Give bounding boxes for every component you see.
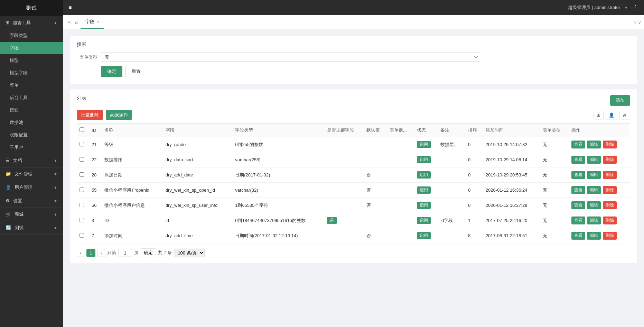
sidebar-item-sub-user[interactable]: 子用户 [0, 141, 63, 154]
row-select-checkbox[interactable] [80, 187, 84, 192]
page-unit-label: 页 [134, 250, 139, 256]
menu-icon[interactable]: ≡ [68, 4, 72, 11]
view-button[interactable]: 查看 [571, 201, 585, 209]
page-size-select[interactable]: 100 条/页 10 条/页 20 条/页 50 条/页 [174, 249, 205, 257]
row-checkbox [77, 228, 89, 243]
list-actions-right: ⊞ 👤 🖨 [594, 111, 630, 119]
row-select-checkbox[interactable] [80, 218, 84, 222]
user-view-button[interactable]: 👤 [606, 111, 617, 119]
sidebar-item-button[interactable]: 按钮 [0, 104, 63, 116]
edit-button[interactable]: 编辑 [587, 171, 601, 179]
row-select-checkbox[interactable] [80, 203, 84, 207]
sidebar-group-header-shop[interactable]: 🛒 商城 ▼ [0, 208, 63, 221]
sidebar-item-field-type[interactable]: 字段类型 [0, 29, 63, 42]
print-button[interactable]: 🖨 [619, 111, 630, 119]
grid-view-button[interactable]: ⊞ [594, 111, 604, 119]
view-button[interactable]: 查看 [571, 217, 585, 224]
list-title: 列表 [77, 95, 86, 101]
sidebar-group-header-docs[interactable]: ☰ 文档 ▼ [0, 154, 63, 167]
sidebar-group-header-users[interactable]: 👤 用户管理 ▼ [0, 181, 63, 194]
page-input[interactable] [118, 249, 132, 257]
row-table-default [387, 183, 414, 198]
tab-more-button[interactable]: » [634, 19, 636, 25]
admin-tools-arrow: ▲ [54, 21, 57, 25]
sidebar-item-data-pool[interactable]: 数据池 [0, 116, 63, 129]
tab-field-close[interactable]: × [97, 20, 99, 24]
page-next-button[interactable]: › [97, 249, 105, 257]
row-id: 28 [89, 167, 102, 183]
topbar-left: ≡ [68, 4, 72, 11]
view-button[interactable]: 查看 [571, 232, 585, 240]
view-button[interactable]: 查看 [571, 141, 585, 148]
sidebar-group-header-admin-tools[interactable]: ⊞ 超管工具 ▲ [0, 16, 63, 29]
admin-tools-items: 字段类型 字段 模型 模型字段 菜单 后台工具 按钮 数据池 [0, 29, 63, 154]
advanced-button[interactable]: 高级操作 [106, 110, 132, 120]
delete-button[interactable]: 删除 [603, 232, 617, 240]
delete-button[interactable]: 删除 [603, 186, 617, 194]
edit-button[interactable]: 编辑 [587, 156, 601, 164]
edit-button[interactable]: 编辑 [587, 141, 601, 148]
tab-collapse-button[interactable]: ∨ [638, 19, 641, 25]
delete-button[interactable]: 删除 [603, 141, 617, 148]
row-form-type: 无 [540, 213, 568, 228]
row-action: 查看 编辑 删除 [569, 152, 630, 167]
row-form-type: 无 [540, 137, 568, 152]
row-remark [438, 152, 465, 167]
sidebar-item-model[interactable]: 模型 [0, 54, 63, 67]
row-form-type: 无 [540, 152, 568, 167]
sidebar-group-header-settings[interactable]: ⚙ 设置 ▼ [0, 194, 63, 208]
row-select-checkbox[interactable] [80, 142, 84, 146]
tab-back-button[interactable]: « [66, 19, 73, 25]
row-checkbox [77, 213, 89, 228]
delete-button[interactable]: 删除 [603, 201, 617, 209]
sidebar-item-permission[interactable]: 权限配置 [0, 129, 63, 141]
sidebar-item-model-field[interactable]: 模型字段 [0, 67, 63, 79]
topbar-right: 超级管理员 | administrator ▼ ⋮ [568, 4, 638, 11]
edit-button[interactable]: 编辑 [587, 217, 601, 224]
search-reset-button[interactable]: 重置 [125, 66, 147, 77]
topbar-more-icon[interactable]: ⋮ [632, 4, 638, 11]
row-default-value [364, 152, 387, 167]
sidebar-item-menu[interactable]: 菜单 [0, 79, 63, 92]
files-arrow: ▼ [54, 172, 57, 176]
row-remark [438, 167, 465, 183]
row-select-checkbox[interactable] [80, 157, 84, 162]
sidebar-group-header-test[interactable]: 🔄 测试 ▼ [0, 221, 63, 234]
edit-button[interactable]: 编辑 [587, 201, 601, 209]
sidebar-group-header-files[interactable]: 📁 文件管理 ▼ [0, 167, 63, 181]
delete-button[interactable]: 删除 [603, 217, 617, 224]
bulk-delete-button[interactable]: 批量删除 [77, 110, 103, 120]
tab-home-button[interactable]: ⌂ [73, 19, 81, 25]
view-button[interactable]: 查看 [571, 171, 585, 179]
admin-tools-label: 超管工具 [13, 20, 31, 25]
edit-button[interactable]: 编辑 [587, 232, 601, 240]
row-id: 56 [89, 198, 102, 213]
search-buttons: 确定 重置 [101, 66, 630, 77]
edit-button[interactable]: 编辑 [587, 186, 601, 194]
search-confirm-button[interactable]: 确定 [101, 66, 122, 77]
row-default-value [364, 137, 387, 152]
row-field-type: 1到65535个字符 [232, 198, 324, 213]
tab-field[interactable]: 字段 × [81, 15, 104, 29]
delete-button[interactable]: 删除 [603, 171, 617, 179]
page-prev-button[interactable]: ‹ [77, 249, 84, 257]
row-form-type: 无 [540, 167, 568, 183]
page-confirm-button[interactable]: 确定 [141, 248, 156, 257]
row-select-checkbox[interactable] [80, 172, 84, 177]
col-sort: 排序 [465, 124, 483, 137]
row-select-checkbox[interactable] [80, 233, 84, 238]
sidebar-item-backend-tools[interactable]: 后台工具 [0, 92, 63, 104]
table-row: 21 等级 dry_grade 0到255的整数 启用 数据层... 0 201… [77, 137, 630, 152]
topbar-dropdown-icon[interactable]: ▼ [624, 6, 628, 10]
select-all-checkbox[interactable] [80, 127, 84, 132]
form-type-select[interactable]: 无 [101, 52, 481, 62]
sidebar-item-field[interactable]: 字段 [0, 42, 63, 54]
row-form-type: 无 [540, 228, 568, 243]
delete-button[interactable]: 删除 [603, 156, 617, 164]
view-button[interactable]: 查看 [571, 156, 585, 164]
add-button[interactable]: 添加 [610, 95, 630, 106]
row-is-primary [324, 183, 364, 198]
files-icon: 📁 [6, 171, 11, 176]
view-button[interactable]: 查看 [571, 186, 585, 194]
row-add-time: 2020-01-12 16:36:24 [483, 183, 540, 198]
